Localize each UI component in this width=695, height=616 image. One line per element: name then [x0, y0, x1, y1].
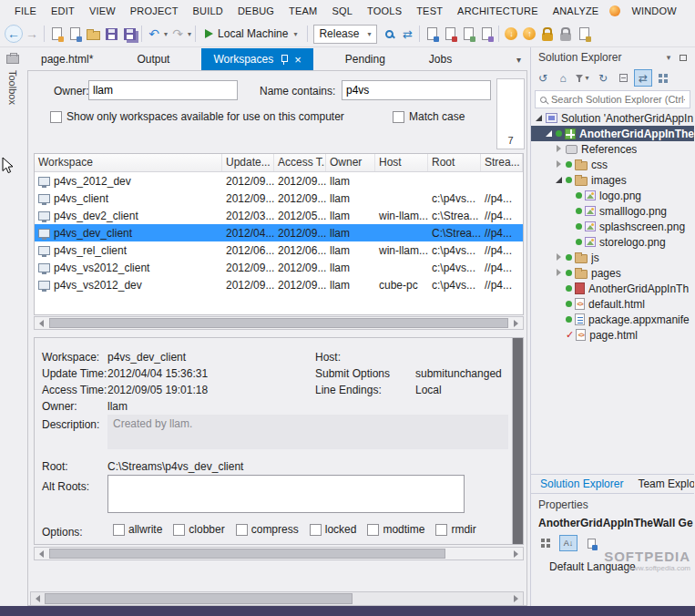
undo-dropdown[interactable]: ▾ — [164, 30, 168, 38]
notification-icon[interactable] — [609, 5, 620, 16]
scroll-thumb[interactable] — [49, 549, 445, 559]
menu-item-architecture[interactable]: ARCHITECTURE — [450, 2, 546, 20]
p4-unlock-button[interactable] — [557, 24, 575, 44]
show-only-checkbox-row[interactable]: Show only workspaces available for use o… — [50, 110, 344, 123]
sync-with-active-document-button[interactable]: ⇄ — [634, 69, 652, 87]
property-pages-button[interactable] — [582, 535, 600, 551]
tree-item-default-html[interactable]: default.html — [531, 296, 694, 312]
scroll-track[interactable] — [48, 548, 509, 560]
p4-views-button[interactable] — [575, 24, 593, 44]
tab-output[interactable]: Output — [125, 48, 181, 70]
tree-item-solution-anothergridappin[interactable]: Solution 'AnotherGridAppIn — [531, 110, 694, 126]
workspace-row-p4vs-2012-dev[interactable]: p4vs_2012_dev2012/09...2012/09...llam — [35, 172, 523, 190]
expanded-arrow-icon[interactable] — [555, 175, 565, 185]
find-button[interactable] — [380, 24, 398, 44]
pin-icon[interactable] — [280, 55, 288, 65]
scroll-left-button[interactable] — [35, 548, 48, 560]
tree-item-pages[interactable]: pages — [531, 265, 694, 281]
scroll-right-button[interactable] — [509, 317, 523, 329]
checkbox-modtime[interactable] — [367, 524, 379, 536]
redo-button[interactable]: ↷ — [169, 24, 187, 44]
menu-item-tools[interactable]: TOOLS — [360, 2, 409, 20]
tab-jobs[interactable]: Jobs — [417, 48, 464, 70]
workspace-row-p4vs-vs2012-client[interactable]: p4vs_vs2012_client2012/09...2012/09...ll… — [35, 259, 523, 276]
scroll-thumb[interactable] — [49, 318, 508, 328]
tree-item-smalllogo-png[interactable]: smalllogo.png — [531, 203, 694, 219]
checkbox-clobber[interactable] — [173, 524, 185, 536]
search-input[interactable] — [551, 94, 685, 105]
expanded-arrow-icon[interactable] — [545, 128, 555, 139]
p4-add-files-button[interactable] — [423, 24, 441, 44]
tab-page-html[interactable]: page.html* — [29, 48, 105, 70]
tab-workspaces[interactable]: Workspaces× — [201, 48, 312, 70]
menu-item-debug[interactable]: DEBUG — [230, 2, 281, 20]
navigate-forward-button[interactable]: → — [23, 24, 41, 44]
properties-button[interactable] — [654, 69, 672, 87]
option-modtime[interactable]: modtime — [367, 523, 424, 536]
option-compress[interactable]: compress — [236, 523, 299, 536]
p4-submit-button[interactable]: ↑ — [520, 24, 538, 44]
redo-dropdown[interactable]: ▾ — [188, 30, 191, 38]
save-all-button[interactable] — [120, 24, 138, 44]
tree-item-anothergridappinth[interactable]: AnotherGridAppInTh — [531, 281, 694, 296]
workspace-row-p4vs-rel-client[interactable]: p4vs_rel_client2012/06...2012/06...llamw… — [35, 241, 523, 259]
match-case-checkbox-row[interactable]: Match case — [393, 110, 465, 123]
p4-checkout-button[interactable] — [441, 24, 459, 44]
tree-item-images[interactable]: images — [531, 172, 694, 188]
collapsed-arrow-icon[interactable] — [555, 252, 565, 262]
p4-revert-button[interactable] — [459, 24, 477, 44]
workspace-row-p4vs-dev2-client[interactable]: p4vs_dev2_client2012/03...2012/05...llam… — [35, 207, 523, 224]
start-debugging-button[interactable]: Local Machine ▾ — [199, 26, 304, 42]
tree-item-package-appxmanife[interactable]: package.appxmanife — [531, 312, 694, 327]
close-icon[interactable]: × — [294, 54, 302, 66]
menu-item-file[interactable]: FILE — [7, 2, 44, 20]
menu-item-analyze[interactable]: ANALYZE — [546, 2, 607, 20]
home-button[interactable]: ⌂ — [554, 69, 572, 87]
menu-item-sql[interactable]: SQL — [324, 2, 360, 20]
panel-hscrollbar[interactable] — [30, 591, 524, 606]
checkbox-allwrite[interactable] — [113, 524, 125, 536]
tree-item-splashscreen-png[interactable]: splashscreen.png — [531, 219, 694, 234]
p4-diff-button[interactable] — [477, 24, 496, 44]
name-contains-input[interactable] — [342, 80, 491, 100]
expanded-arrow-icon[interactable] — [535, 113, 545, 123]
tree-item-css[interactable]: css — [531, 157, 694, 172]
owner-input[interactable] — [88, 80, 238, 100]
scroll-track[interactable] — [45, 592, 509, 605]
collapse-all-button[interactable] — [614, 69, 632, 87]
checkbox-rmdir[interactable] — [435, 524, 447, 536]
column-header-strea[interactable]: Strea... — [481, 154, 523, 171]
match-case-checkbox[interactable] — [393, 111, 404, 123]
tree-item-references[interactable]: References — [531, 141, 694, 157]
run-target-dropdown[interactable]: ▾ — [293, 30, 297, 38]
option-rmdir[interactable]: rmdir — [435, 523, 475, 536]
tree-item-logo-png[interactable]: logo.png — [531, 188, 694, 203]
panel-tab-solution-explorer[interactable]: Solution Explorer — [540, 477, 623, 490]
workspace-row-p4vs-dev-client[interactable]: p4vs_dev_client2012/04...2012/09...llamC… — [35, 224, 523, 241]
workspace-row-p4vs-vs2012-dev[interactable]: p4vs_vs2012_dev2012/09...2012/09...llamc… — [35, 276, 523, 293]
add-new-item-button[interactable] — [66, 24, 84, 44]
tab-overflow-icon[interactable]: ▾ — [516, 55, 521, 65]
scroll-thumb[interactable] — [45, 593, 353, 604]
menu-item-window[interactable]: WINDOW — [624, 2, 683, 20]
window-position-icon[interactable]: ▾ — [661, 50, 676, 65]
save-button[interactable] — [102, 24, 120, 44]
menu-item-view[interactable]: VIEW — [82, 2, 123, 20]
refresh-tree-button[interactable]: ↻ — [594, 69, 612, 87]
alt-roots-input[interactable] — [107, 475, 465, 513]
column-header-host[interactable]: Host — [375, 154, 428, 171]
panel-tab-team-explorer[interactable]: Team Explorer — [638, 477, 694, 490]
menu-item-edit[interactable]: EDIT — [44, 2, 82, 20]
tree-item-storelogo-png[interactable]: storelogo.png — [531, 234, 694, 250]
checkbox-compress[interactable] — [236, 524, 248, 536]
navigate-backward-button[interactable]: ← — [5, 25, 23, 43]
solution-search-box[interactable] — [535, 90, 690, 108]
undo-button[interactable]: ↶ — [145, 24, 163, 44]
checkbox-locked[interactable] — [310, 524, 322, 536]
collapsed-arrow-icon[interactable] — [555, 159, 565, 169]
tab-pending[interactable]: Pending — [333, 48, 397, 70]
tree-item-anothergridappinthew[interactable]: AnotherGridAppInTheW — [531, 126, 694, 141]
float-window-icon[interactable] — [676, 50, 690, 65]
collapsed-arrow-icon[interactable] — [555, 268, 565, 278]
configuration-dropdown[interactable]: ▾ — [367, 30, 371, 38]
